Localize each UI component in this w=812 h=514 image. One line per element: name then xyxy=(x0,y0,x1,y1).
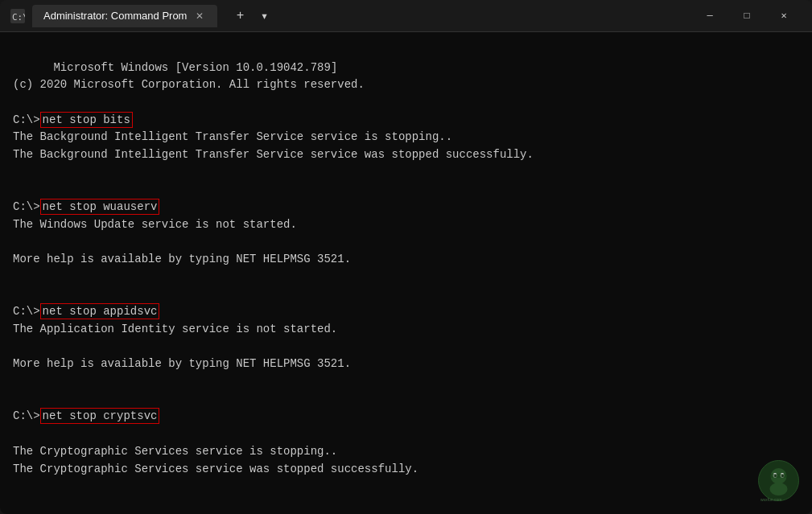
prompt-2: C:\> xyxy=(13,200,40,213)
output-wuauserv: The Windows Update service is not starte… xyxy=(13,218,351,265)
command-4-highlight: net stop cryptsvc xyxy=(40,408,160,424)
tab-label: Administrator: Command Prom xyxy=(43,10,187,22)
titlebar-actions: + ▾ xyxy=(229,5,275,27)
output-bits-1: The Background Intelligent Transfer Serv… xyxy=(13,130,534,161)
titlebar: C:\ Administrator: Command Prom ✕ + ▾ ─ … xyxy=(0,0,812,32)
output-line: Microsoft Windows [Version 10.0.19042.78… xyxy=(13,61,365,92)
terminal-body[interactable]: Microsoft Windows [Version 10.0.19042.78… xyxy=(0,32,812,514)
output-appidsvc: The Application Identity service is not … xyxy=(13,323,351,370)
terminal-content: Microsoft Windows [Version 10.0.19042.78… xyxy=(13,42,799,514)
window-controls: ─ □ ✕ xyxy=(691,0,802,32)
prompt-1: C:\> xyxy=(13,113,40,126)
tab-close-button[interactable]: ✕ xyxy=(193,10,206,23)
svg-text:C:\: C:\ xyxy=(12,12,25,23)
main-window: C:\ Administrator: Command Prom ✕ + ▾ ─ … xyxy=(0,0,812,514)
command-3-highlight: net stop appidsvc xyxy=(40,303,160,319)
close-button[interactable]: ✕ xyxy=(765,0,802,32)
prompt-4: C:\> xyxy=(13,409,40,422)
watermark: wsxfun.com xyxy=(756,458,801,503)
watermark-svg: wsxfun.com xyxy=(756,458,801,503)
command-2-highlight: net stop wuauserv xyxy=(40,199,160,215)
new-tab-button[interactable]: + xyxy=(229,5,251,27)
tab-dropdown-button[interactable]: ▾ xyxy=(253,5,275,27)
svg-text:wsxfun.com: wsxfun.com xyxy=(760,497,781,502)
command-1-highlight: net stop bits xyxy=(40,112,133,128)
output-cryptsvc: The Cryptographic Services service is st… xyxy=(13,445,418,475)
prompt-3: C:\> xyxy=(13,305,40,318)
app-icon: C:\ xyxy=(10,8,26,24)
active-tab[interactable]: Administrator: Command Prom ✕ xyxy=(32,5,217,27)
maximize-button[interactable]: □ xyxy=(728,0,765,32)
svg-point-9 xyxy=(770,483,788,495)
svg-rect-8 xyxy=(770,474,787,478)
minimize-button[interactable]: ─ xyxy=(691,0,728,32)
